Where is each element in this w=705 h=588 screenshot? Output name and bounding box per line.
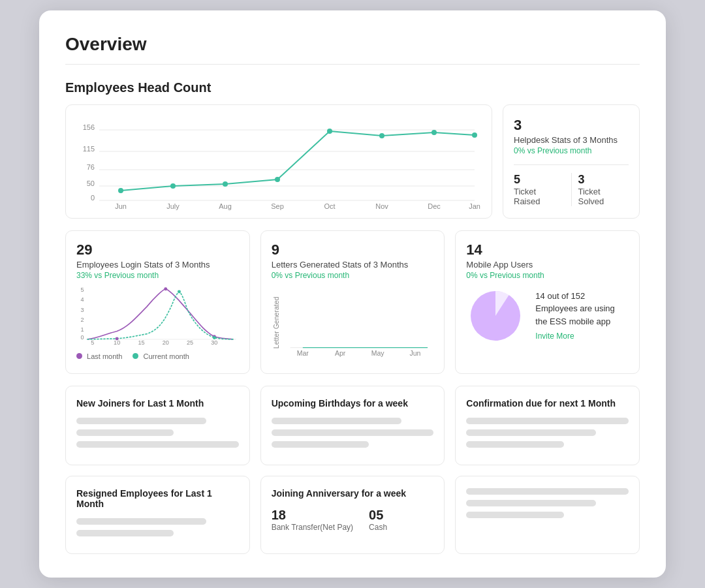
svg-text:3: 3 (81, 307, 84, 314)
login-chart-svg: 5 4 3 2 1 0 5 10 15 20 25 30 (76, 285, 239, 345)
ticket-raised-num: 5 (514, 173, 565, 187)
new-joiners-title: New Joiners for Last 1 Month (76, 398, 239, 409)
joining-col-2: 05 Cash (369, 508, 387, 532)
svg-text:0: 0 (81, 334, 84, 341)
svg-text:Letter Generated: Letter Generated (272, 297, 280, 349)
helpdesk-count: 3 (514, 117, 629, 134)
resigned-employees-card: Resigned Employees for Last 1 Month (65, 476, 250, 554)
headcount-row: 0 50 76 115 156 (65, 104, 640, 219)
svg-text:Nov: Nov (375, 202, 388, 210)
skeleton-5 (272, 429, 434, 436)
svg-point-17 (472, 132, 477, 138)
svg-text:Apr: Apr (335, 349, 346, 357)
ticket-solved: 3 Ticket Solved (572, 173, 629, 206)
skeleton-14 (466, 512, 563, 518)
info-cards-row-2: Resigned Employees for Last 1 Month Join… (65, 476, 640, 554)
svg-text:115: 115 (83, 145, 95, 153)
skeleton-2 (76, 429, 174, 436)
login-percent: 33% vs Previous month (76, 271, 239, 280)
svg-text:Jun: Jun (409, 349, 420, 357)
joining-label-2: Cash (369, 523, 387, 532)
letters-label: Letters Generated Stats of 3 Months (272, 260, 434, 270)
skeleton-8 (466, 429, 596, 436)
svg-text:4: 4 (81, 296, 84, 303)
skeleton-10 (76, 518, 206, 525)
svg-text:Oct: Oct (324, 202, 335, 210)
svg-text:Jan: Jan (469, 202, 480, 210)
legend-current: Current month (133, 352, 189, 360)
svg-text:May: May (371, 349, 384, 357)
svg-text:50: 50 (87, 179, 95, 187)
page-title: Overview (65, 34, 640, 65)
svg-point-13 (275, 177, 280, 182)
section-title-headcount: Employees Head Count (65, 80, 640, 95)
mobile-label: Mobile App Users (466, 260, 629, 270)
svg-text:July: July (166, 202, 180, 210)
svg-text:5: 5 (81, 286, 84, 293)
info-cards-row-1: New Joiners for Last 1 Month Upcoming Bi… (65, 386, 640, 465)
pie-chart-svg (466, 286, 525, 345)
stats-row: 29 Employees Login Stats of 3 Months 33%… (65, 230, 640, 374)
upcoming-birthdays-title: Upcoming Birthdays for a week (272, 398, 434, 409)
joining-num-2: 05 (369, 508, 387, 523)
joining-num-1: 18 (272, 508, 353, 523)
login-label: Employees Login Stats of 3 Months (76, 260, 239, 270)
skeleton-1 (76, 418, 206, 424)
svg-text:2: 2 (81, 317, 84, 323)
skeleton-12 (466, 488, 629, 495)
skeleton-7 (466, 418, 629, 424)
svg-text:Aug: Aug (219, 202, 232, 210)
svg-text:20: 20 (163, 339, 169, 345)
confirmation-due-title: Confirmation due for next 1 Month (466, 398, 629, 409)
svg-text:15: 15 (138, 339, 144, 345)
svg-text:Mar: Mar (296, 349, 309, 357)
svg-point-11 (170, 183, 176, 189)
svg-text:Sep: Sep (271, 202, 284, 210)
ticket-solved-num: 3 (578, 173, 629, 187)
skeleton-4 (272, 418, 401, 424)
ticket-raised: 5 Ticket Raised (514, 173, 572, 206)
legend-row: Last month Current month (76, 352, 239, 360)
login-stats-card: 29 Employees Login Stats of 3 Months 33%… (65, 230, 250, 374)
mobile-percent: 0% vs Previous month (466, 271, 629, 280)
pie-area: 14 out of 152 Employees are using the ES… (466, 286, 629, 345)
confirmation-due-card: Confirmation due for next 1 Month (455, 386, 640, 465)
svg-text:1: 1 (81, 326, 84, 333)
skeleton-3 (76, 441, 239, 448)
resigned-employees-title: Resigned Employees for Last 1 Month (76, 488, 239, 509)
letters-stats-card: 9 Letters Generated Stats of 3 Months 0%… (260, 230, 445, 374)
headcount-chart-svg: 0 50 76 115 156 (76, 116, 481, 207)
svg-point-10 (118, 188, 123, 193)
letters-percent: 0% vs Previous month (272, 271, 434, 280)
upcoming-birthdays-card: Upcoming Birthdays for a week (260, 386, 445, 465)
svg-text:30: 30 (211, 339, 217, 345)
skeleton-13 (466, 500, 596, 506)
svg-text:5: 5 (91, 339, 94, 345)
new-joiners-card: New Joiners for Last 1 Month (65, 386, 250, 465)
letters-count: 9 (272, 241, 434, 258)
svg-point-12 (223, 181, 228, 187)
legend-dot-last (76, 353, 82, 359)
svg-point-43 (213, 336, 216, 339)
skeleton-6 (272, 441, 369, 448)
ticket-solved-label: Ticket Solved (578, 187, 604, 206)
invite-more-link[interactable]: Invite More (535, 330, 614, 342)
pie-text: 14 out of 152 Employees are using the ES… (535, 290, 614, 343)
helpdesk-card: 3 Helpdesk Stats of 3 Months 0% vs Previ… (503, 104, 640, 219)
login-count: 29 (76, 241, 239, 258)
svg-point-14 (327, 129, 332, 134)
svg-text:Dec: Dec (428, 202, 441, 210)
letters-chart-svg: Letter Generated Mar Apr May Jun (272, 285, 434, 360)
legend-dot-current (133, 353, 138, 359)
joining-anniversary-title: Joining Anniversary for a week (272, 488, 434, 499)
mobile-app-card: 14 Mobile App Users 0% vs Previous month (455, 230, 640, 374)
joining-anniversary-card: Joining Anniversary for a week 18 Bank T… (260, 476, 445, 554)
helpdesk-percent: 0% vs Previous month (514, 146, 629, 155)
legend-last: Last month (76, 352, 122, 360)
ticket-row: 5 Ticket Raised 3 Ticket Solved (514, 164, 629, 206)
mobile-count: 14 (466, 241, 629, 258)
helpdesk-label: Helpdesk Stats of 3 Months (514, 135, 629, 145)
svg-text:Jun: Jun (115, 202, 127, 210)
headcount-chart-card: 0 50 76 115 156 (65, 104, 492, 219)
svg-point-40 (164, 287, 167, 290)
